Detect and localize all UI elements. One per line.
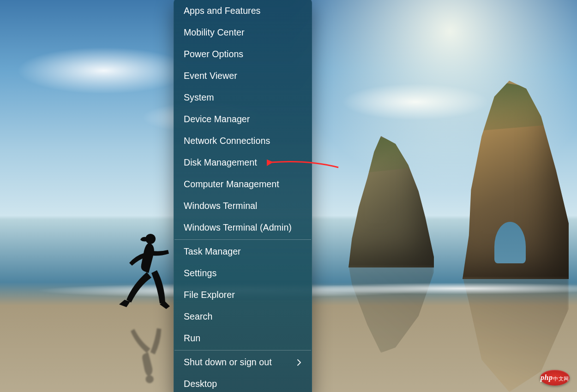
menu-item-disk-management[interactable]: Disk Management xyxy=(174,152,312,173)
wallpaper-rock-left xyxy=(349,136,434,267)
menu-item-event-viewer[interactable]: Event Viewer xyxy=(174,65,312,87)
menu-item-label: Windows Terminal (Admin) xyxy=(184,222,292,233)
menu-item-desktop[interactable]: Desktop xyxy=(174,373,312,392)
menu-item-network-connections[interactable]: Network Connections xyxy=(174,130,312,152)
menu-item-task-manager[interactable]: Task Manager xyxy=(174,241,312,262)
wallpaper-runner-silhouette xyxy=(116,230,176,317)
wallpaper-rock-right xyxy=(463,81,569,279)
menu-item-label: Desktop xyxy=(184,379,217,389)
menu-item-settings[interactable]: Settings xyxy=(174,262,312,284)
menu-item-computer-management[interactable]: Computer Management xyxy=(174,173,312,195)
menu-item-label: Apps and Features xyxy=(184,6,260,16)
watermark-text-suffix: 中文网 xyxy=(553,375,569,382)
menu-item-label: Disk Management xyxy=(184,157,257,168)
menu-item-device-manager[interactable]: Device Manager xyxy=(174,108,312,130)
menu-separator xyxy=(174,350,311,350)
menu-item-label: Network Connections xyxy=(184,136,270,146)
watermark-badge: php中文网 xyxy=(540,370,570,386)
svg-point-1 xyxy=(145,375,153,383)
menu-item-run[interactable]: Run xyxy=(174,327,312,349)
watermark-text-main: php xyxy=(541,374,553,382)
menu-item-label: Task Manager xyxy=(184,246,241,257)
menu-item-mobility-center[interactable]: Mobility Center xyxy=(174,22,312,43)
menu-item-label: Device Manager xyxy=(184,114,250,125)
wallpaper-rock-left-reflection xyxy=(349,265,434,353)
menu-item-file-explorer[interactable]: File Explorer xyxy=(174,284,312,306)
menu-item-windows-terminal-admin[interactable]: Windows Terminal (Admin) xyxy=(174,217,312,238)
menu-item-label: System xyxy=(184,92,214,103)
menu-item-power-options[interactable]: Power Options xyxy=(174,43,312,65)
winx-context-menu[interactable]: Apps and FeaturesMobility CenterPower Op… xyxy=(174,0,312,392)
wallpaper-runner-reflection xyxy=(116,317,176,386)
menu-item-system[interactable]: System xyxy=(174,87,312,108)
menu-item-label: File Explorer xyxy=(184,290,235,300)
desktop-wallpaper: Apps and FeaturesMobility CenterPower Op… xyxy=(0,0,577,392)
menu-item-label: Event Viewer xyxy=(184,71,237,81)
menu-item-label: Windows Terminal xyxy=(184,201,257,211)
menu-separator xyxy=(174,239,311,240)
menu-item-label: Mobility Center xyxy=(184,27,245,38)
menu-item-label: Computer Management xyxy=(184,179,279,190)
menu-item-label: Settings xyxy=(184,268,216,279)
menu-item-shut-down-or-sign-out[interactable]: Shut down or sign out xyxy=(174,351,312,373)
menu-item-label: Run xyxy=(184,333,200,344)
menu-item-windows-terminal[interactable]: Windows Terminal xyxy=(174,195,312,217)
menu-item-apps-and-features[interactable]: Apps and Features xyxy=(174,0,312,22)
menu-item-search[interactable]: Search xyxy=(174,306,312,327)
menu-item-label: Search xyxy=(184,311,212,322)
menu-item-label: Shut down or sign out xyxy=(184,357,272,368)
menu-item-label: Power Options xyxy=(184,49,243,59)
chevron-right-icon xyxy=(295,359,303,366)
